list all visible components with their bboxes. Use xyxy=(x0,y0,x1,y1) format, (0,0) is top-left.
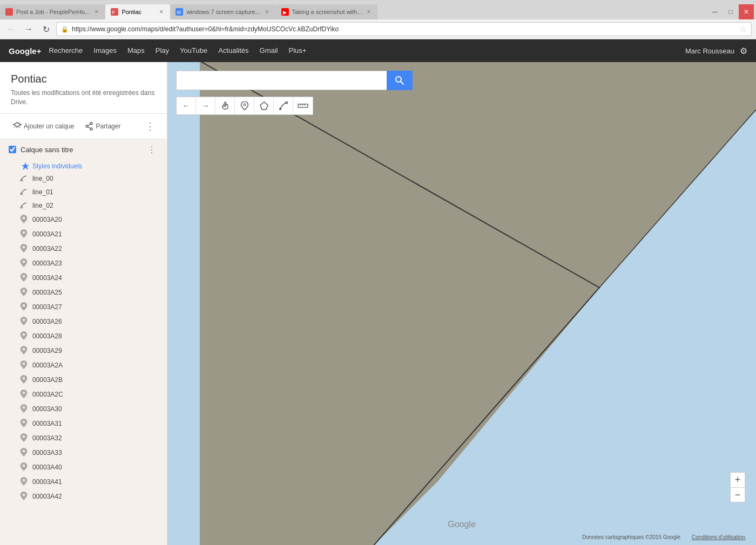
svg-point-11 xyxy=(90,128,92,130)
bookmark-star-icon[interactable]: ☆ xyxy=(740,25,747,33)
search-icon xyxy=(395,76,404,85)
tab4-close-icon[interactable]: × xyxy=(365,8,372,16)
share-label: Partager xyxy=(96,122,120,130)
item-name: 00003A21 xyxy=(32,230,62,238)
nav-recherche[interactable]: Recherche xyxy=(43,39,88,62)
list-item[interactable]: 00003A2B xyxy=(9,373,158,387)
list-item[interactable]: 00003A20 xyxy=(9,213,158,227)
item-name: 00003A31 xyxy=(32,420,62,427)
tab-3[interactable]: W windows 7 screen capture... × xyxy=(170,4,275,19)
tab1-favicon-icon xyxy=(5,8,13,16)
tab3-close-icon[interactable]: × xyxy=(264,8,271,16)
list-item[interactable]: 00003A27 xyxy=(9,300,158,315)
list-item[interactable]: 00003A31 xyxy=(9,417,158,431)
svg-text:▶: ▶ xyxy=(283,10,287,15)
map-area[interactable]: ← → xyxy=(167,62,756,545)
list-item[interactable]: 00003A21 xyxy=(9,227,158,242)
list-item[interactable]: 00003A22 xyxy=(9,242,158,256)
svg-line-42 xyxy=(401,81,403,84)
marker-items-container: 00003A20 00003A21 00003A22 xyxy=(9,213,158,504)
zoom-in-button[interactable]: + xyxy=(730,472,745,487)
window-maximize-button[interactable]: □ xyxy=(723,4,738,19)
list-item[interactable]: 00003A26 xyxy=(9,315,158,329)
google-plus-brand[interactable]: Google+ xyxy=(9,46,41,56)
list-item[interactable]: line_00 xyxy=(9,172,158,186)
layer-style[interactable]: Styles individuels xyxy=(9,160,158,172)
svg-point-35 xyxy=(23,464,25,467)
nav-play[interactable]: Play xyxy=(150,39,174,62)
zoom-out-button[interactable]: − xyxy=(730,487,745,502)
share-button[interactable]: Partager xyxy=(80,119,125,134)
user-menu[interactable]: Marc Rousseau xyxy=(685,47,734,55)
nav-youtube[interactable]: YouTube xyxy=(174,39,213,62)
list-item[interactable]: 00003A33 xyxy=(9,446,158,460)
map-search xyxy=(176,71,413,90)
list-item[interactable]: 00003A2A xyxy=(9,358,158,373)
browser-chrome: Post a Job - PeoplePerHo... × P Pontiac … xyxy=(0,0,756,39)
svg-point-29 xyxy=(23,377,25,379)
forward-button[interactable]: → xyxy=(22,22,36,36)
tab-1[interactable]: Post a Job - PeoplePerHo... × xyxy=(0,4,105,19)
add-layer-icon xyxy=(13,122,22,131)
map-search-button[interactable] xyxy=(387,71,413,90)
sidebar-more-button[interactable]: ⋮ xyxy=(142,118,158,134)
window-minimize-button[interactable]: ─ xyxy=(707,4,723,19)
list-item[interactable]: 00003A25 xyxy=(9,285,158,300)
marker-item-icon xyxy=(19,229,28,240)
marker-item-icon xyxy=(19,492,28,502)
nav-actualites[interactable]: Actualités xyxy=(213,39,254,62)
list-item[interactable]: 00003A24 xyxy=(9,271,158,285)
add-layer-button[interactable]: Ajouter un calque xyxy=(9,119,78,134)
list-item[interactable]: 00003A42 xyxy=(9,489,158,504)
layer-checkbox[interactable] xyxy=(9,146,16,153)
layer-header: Calque sans titre ⋮ xyxy=(9,144,158,156)
reload-button[interactable]: ↻ xyxy=(39,22,53,36)
svg-point-46 xyxy=(286,101,288,104)
back-button[interactable]: ← xyxy=(4,22,18,36)
nav-images[interactable]: Images xyxy=(88,39,122,62)
marker-item-icon xyxy=(19,273,28,283)
tab-2[interactable]: P Pontiac × xyxy=(105,4,170,19)
tab-4[interactable]: ▶ Taking a screenshot with... × xyxy=(276,4,378,19)
layer-more-button[interactable]: ⋮ xyxy=(145,144,158,156)
line-icon xyxy=(19,201,28,210)
svg-line-12 xyxy=(88,124,90,126)
svg-point-10 xyxy=(90,122,92,125)
list-item[interactable]: 00003A28 xyxy=(9,329,158,344)
marker-item-icon xyxy=(19,433,28,444)
list-item[interactable]: line_02 xyxy=(9,199,158,213)
draw-polygon-button[interactable] xyxy=(254,97,274,114)
item-name: 00003A20 xyxy=(32,216,62,223)
nav-maps[interactable]: Maps xyxy=(122,39,150,62)
undo-button[interactable]: ← xyxy=(177,97,196,114)
sidebar-actions: Ajouter un calque Partager ⋮ xyxy=(0,114,167,139)
settings-gear-icon[interactable]: ⚙ xyxy=(740,46,747,56)
tab2-close-icon[interactable]: × xyxy=(158,8,165,16)
svg-point-18 xyxy=(23,216,25,219)
list-item[interactable]: 00003A40 xyxy=(9,460,158,475)
tab1-close-icon[interactable]: × xyxy=(93,8,100,16)
redo-button[interactable]: → xyxy=(196,97,215,114)
address-bar-row: ← → ↻ 🔒 https://www.google.com/maps/d/ed… xyxy=(0,19,756,39)
nav-gmail[interactable]: Gmail xyxy=(254,39,284,62)
window-close-button[interactable]: ✕ xyxy=(739,4,754,19)
list-item[interactable]: 00003A23 xyxy=(9,256,158,271)
list-item[interactable]: 00003A41 xyxy=(9,475,158,489)
nav-plus[interactable]: Plus+ xyxy=(283,39,312,62)
measure-button[interactable] xyxy=(293,97,313,114)
map-canvas xyxy=(167,62,756,545)
add-marker-button[interactable] xyxy=(235,97,254,114)
address-box[interactable]: 🔒 https://www.google.com/maps/d/edit?aut… xyxy=(56,22,752,36)
list-item[interactable]: 00003A29 xyxy=(9,344,158,358)
list-item[interactable]: 00003A32 xyxy=(9,431,158,446)
list-item[interactable]: line_01 xyxy=(9,186,158,199)
list-item[interactable]: 00003A30 xyxy=(9,402,158,417)
map-search-input[interactable] xyxy=(176,71,387,90)
ssl-lock-icon: 🔒 xyxy=(61,26,69,33)
list-item[interactable]: 00003A2C xyxy=(9,387,158,402)
pan-tool-button[interactable] xyxy=(215,97,235,114)
svg-point-34 xyxy=(23,449,25,452)
terms-link[interactable]: Conditions d'utilisation xyxy=(692,534,745,540)
draw-line-button[interactable] xyxy=(274,97,293,114)
svg-point-45 xyxy=(279,108,281,110)
